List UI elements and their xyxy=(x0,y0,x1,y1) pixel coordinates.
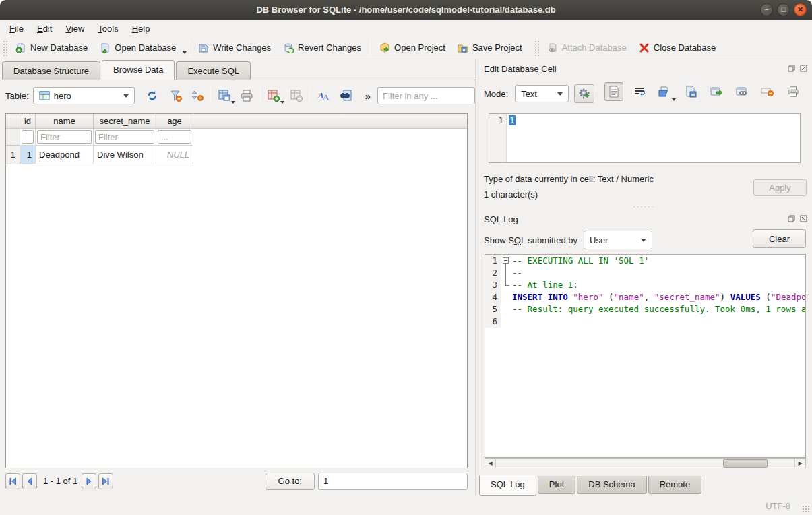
menu-tools[interactable]: Tools xyxy=(91,22,125,36)
goto-button[interactable]: Go to: xyxy=(266,473,315,490)
scroll-right-icon[interactable]: ▶ xyxy=(794,459,805,468)
clear-sorting-button[interactable] xyxy=(189,87,206,104)
title-bar[interactable]: DB Browser for SQLite - /home/user/code/… xyxy=(0,0,812,20)
dock-splitter[interactable]: ······ xyxy=(476,203,812,210)
scroll-left-icon[interactable]: ◀ xyxy=(485,459,496,468)
dock-tab-plot[interactable]: Plot xyxy=(538,476,575,494)
print-rows-button[interactable] xyxy=(239,87,255,104)
menu-file[interactable]: File xyxy=(3,22,30,36)
export-table-dropdown-icon[interactable] xyxy=(231,101,235,104)
write-changes-button[interactable]: Write Changes xyxy=(192,39,277,57)
row-header[interactable]: 1 xyxy=(6,146,20,164)
column-header-id[interactable]: id xyxy=(20,114,36,129)
data-grid[interactable]: id name secret_name age Filter Filter ..… xyxy=(5,113,468,468)
toolbar-separator xyxy=(370,40,371,56)
save-project-icon xyxy=(458,42,468,53)
filter-cell-name[interactable]: Filter xyxy=(36,129,94,146)
goto-input[interactable] xyxy=(318,473,468,490)
toolbar-overflow-chevron[interactable]: » xyxy=(363,90,373,102)
sql-log-line: 3-- At line 1: xyxy=(485,279,805,291)
filter-any-column-input[interactable] xyxy=(377,87,475,104)
toolbar-grip[interactable] xyxy=(2,40,7,56)
cell-name[interactable]: Deadpond xyxy=(36,146,94,164)
menu-help[interactable]: Help xyxy=(125,22,157,36)
sql-log-editor[interactable]: 1-- EXECUTING ALL IN 'SQL 1'2--3-- At li… xyxy=(485,254,806,458)
revert-changes-button[interactable]: Revert Changes xyxy=(277,39,367,57)
clear-sort-icon xyxy=(191,89,204,102)
export-table-icon xyxy=(218,89,231,102)
menu-view[interactable]: View xyxy=(59,22,91,36)
open-in-external-button[interactable] xyxy=(707,82,726,101)
import-dropdown-icon[interactable] xyxy=(672,98,676,101)
dock-tab-sql-log[interactable]: SQL Log xyxy=(479,475,536,496)
refresh-button[interactable] xyxy=(144,87,161,104)
column-header-age[interactable]: age xyxy=(156,114,193,129)
filter-cell-secret-name[interactable]: Filter xyxy=(94,129,156,146)
cell-secret-name[interactable]: Dive Wilson xyxy=(94,146,156,164)
word-wrap-button[interactable] xyxy=(630,82,649,101)
word-wrap-icon xyxy=(633,86,646,97)
delete-record-button[interactable] xyxy=(288,87,305,104)
minimize-icon[interactable]: − xyxy=(760,3,773,16)
scrollbar-track[interactable] xyxy=(496,459,794,468)
next-record-button[interactable] xyxy=(82,473,96,489)
scrollbar-thumb[interactable] xyxy=(723,459,768,468)
filter-cell-age[interactable]: ... xyxy=(156,129,193,146)
export-table-button[interactable] xyxy=(216,87,232,104)
chevron-down-icon xyxy=(557,92,563,96)
resize-grip[interactable] xyxy=(802,505,810,513)
edit-display-format-button[interactable]: AA xyxy=(315,87,332,104)
print-cell-button[interactable] xyxy=(784,82,803,101)
fold-marker-icon[interactable] xyxy=(501,255,512,267)
close-icon[interactable]: ✕ xyxy=(794,3,807,16)
export-cell-data-button[interactable] xyxy=(681,82,700,101)
set-null-button[interactable] xyxy=(758,82,777,101)
last-record-button[interactable] xyxy=(98,473,113,489)
apply-button[interactable]: Apply xyxy=(753,179,807,196)
cell-editor[interactable]: 1 1 xyxy=(489,113,801,163)
previous-record-button[interactable] xyxy=(22,473,37,489)
find-in-table-button[interactable] xyxy=(337,87,354,104)
open-project-button[interactable]: Open Project xyxy=(373,39,451,57)
save-project-button[interactable]: Save Project xyxy=(451,39,528,57)
import-cell-data-button[interactable] xyxy=(656,82,675,101)
close-database-label: Close Database xyxy=(654,42,716,53)
dock-tab-remote[interactable]: Remote xyxy=(648,476,702,494)
cell-age[interactable]: NULL xyxy=(156,146,193,164)
dock-tab-db-schema[interactable]: DB Schema xyxy=(577,476,646,494)
insert-record-button[interactable] xyxy=(266,87,282,104)
new-database-button[interactable]: New Database xyxy=(9,39,94,57)
column-header-name[interactable]: name xyxy=(36,114,94,129)
encoding-label[interactable]: UTF-8 xyxy=(766,501,790,511)
sql-source-select[interactable]: User xyxy=(584,231,652,249)
copy-link-button[interactable] xyxy=(732,82,751,101)
table-select[interactable]: hero xyxy=(33,87,135,104)
clear-log-button[interactable]: Clear xyxy=(753,229,806,248)
float-dock-icon[interactable] xyxy=(786,214,796,223)
toolbar-grip[interactable] xyxy=(534,40,539,56)
auto-mode-button[interactable] xyxy=(574,84,594,103)
attach-database-button[interactable]: Attach Database xyxy=(541,39,633,57)
maximize-icon[interactable]: □ xyxy=(777,3,790,16)
close-dock-icon[interactable] xyxy=(799,214,808,223)
column-header-secret-name[interactable]: secret_name xyxy=(94,114,156,129)
open-database-button[interactable]: Open Database xyxy=(94,39,182,57)
filter-cell-id[interactable] xyxy=(20,129,36,146)
insert-record-dropdown-icon[interactable] xyxy=(280,101,284,104)
first-record-button[interactable] xyxy=(5,473,20,489)
close-database-button[interactable]: Close Database xyxy=(633,39,722,57)
float-dock-icon[interactable] xyxy=(786,63,796,73)
tab-database-structure[interactable]: Database Structure xyxy=(2,61,100,80)
menu-edit[interactable]: Edit xyxy=(30,22,59,36)
tab-browse-data[interactable]: Browse Data xyxy=(102,60,175,80)
tab-execute-sql[interactable]: Execute SQL xyxy=(176,61,251,80)
open-database-dropdown-icon[interactable] xyxy=(183,51,187,54)
cell-id[interactable]: 1 xyxy=(20,146,36,164)
sql-log-hscrollbar[interactable]: ◀ ▶ xyxy=(485,458,806,468)
text-mode-button[interactable] xyxy=(604,82,623,101)
close-dock-icon[interactable] xyxy=(799,63,808,73)
window-title: DB Browser for SQLite - /home/user/code/… xyxy=(256,5,555,15)
fold-marker-icon xyxy=(501,279,512,291)
mode-select[interactable]: Text xyxy=(515,85,569,102)
clear-filters-button[interactable] xyxy=(168,87,185,104)
